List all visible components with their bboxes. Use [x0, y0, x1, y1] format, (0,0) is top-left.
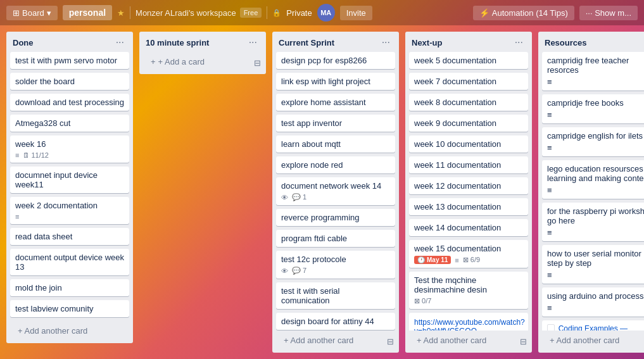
checklist-icon-meta: ≡ — [15, 151, 19, 159]
card-resource[interactable]: using arduino and processing ≡ — [542, 287, 644, 317]
card[interactable]: test labview comunity — [10, 300, 129, 317]
eye-icon-meta2: 👁 — [281, 267, 288, 275]
card-resource[interactable]: campridge english for ilets ≡ — [542, 127, 644, 156]
list-menu-done[interactable]: ··· — [113, 37, 127, 48]
chevron-down-icon: ▾ — [47, 8, 51, 18]
card[interactable]: design pcp for esp8266 — [276, 52, 395, 69]
automation-label: Automation (14 Tips) — [492, 8, 568, 18]
comment-icon-meta2: 💬 7 — [292, 267, 306, 275]
list-menu-current[interactable]: ··· — [379, 37, 393, 48]
card[interactable]: week 8 documentation — [409, 94, 528, 111]
card[interactable]: explore node red — [276, 156, 395, 173]
card[interactable]: test 12c protocole 👁 💬 7 — [276, 251, 395, 279]
checkbox-icon — [547, 324, 555, 331]
card[interactable]: week 2 documentation ≡ — [10, 197, 129, 224]
card[interactable]: Test the mqchine desinmachine desin ⊠ 0/… — [409, 272, 528, 309]
add-card-resources[interactable]: + Add another card — [543, 332, 644, 349]
card[interactable]: explore home assistant — [276, 94, 395, 111]
card[interactable]: solder the board — [10, 73, 129, 90]
card[interactable]: document network week 14 👁 💬 1 — [276, 177, 395, 205]
add-card-row-resources: + Add another card ⊟ — [538, 331, 644, 353]
add-card-done[interactable]: + Add another card — [11, 322, 128, 339]
card[interactable]: test it with pwm servo motor — [10, 52, 129, 69]
board-area: Done ··· test it with pwm servo motor so… — [0, 25, 644, 359]
workspace-name: Monzer ALradi's workspace — [136, 8, 236, 18]
card[interactable]: week 13 documentation — [409, 198, 528, 215]
list-body-current: design pcp for esp8266 link esp with lig… — [272, 52, 399, 331]
card-resource[interactable]: how to user serial monitor step by step … — [542, 245, 644, 284]
due-date-badge: 🕐 May 11 — [414, 256, 451, 264]
list-10min: 10 minute sprint ··· + + Add a card ⊟ — [139, 32, 266, 74]
calendar-icon-meta: 🗓 11/12 — [23, 151, 49, 159]
progress-w15: ⊠ 6/9 — [463, 256, 480, 264]
board-grid-icon: ⊞ — [13, 8, 20, 18]
card[interactable]: link esp with light project — [276, 73, 395, 90]
show-button[interactable]: ··· Show m... — [579, 6, 638, 20]
card[interactable]: week 16 ≡ 🗓 11/12 — [10, 135, 129, 163]
card[interactable]: week 11 documentation — [409, 156, 528, 173]
card[interactable]: week 10 documentation — [409, 135, 528, 153]
automation-button[interactable]: ⚡ Automation (14 Tips) — [473, 6, 574, 20]
tiny-pico-link[interactable]: Coding Examples — TinyPICO — [559, 324, 644, 331]
list-done: Done ··· test it with pwm servo motor so… — [6, 32, 133, 343]
invite-button[interactable]: Invite — [340, 6, 372, 20]
private-label: Private — [286, 8, 312, 18]
board-button[interactable]: ⊞ Board ▾ — [6, 6, 58, 20]
list-body-resources: campridig free teacher resorces ≡ campri… — [538, 52, 644, 331]
board-name: personal — [63, 5, 112, 20]
list-resources: Resources ··· campridig free teacher res… — [538, 32, 644, 353]
top-bar-left: ⊞ Board ▾ personal ★ Monzer ALradi's wor… — [6, 4, 468, 22]
checklist-meta-w15: ≡ — [455, 256, 458, 264]
list-current-sprint: Current Sprint ··· design pcp for esp826… — [272, 32, 399, 353]
card[interactable]: test it with serial comunication — [276, 282, 395, 309]
list-menu-10min[interactable]: ··· — [246, 37, 260, 48]
card-resource[interactable]: campridje free books ≡ — [542, 94, 644, 123]
workspace-info: Monzer ALradi's workspace Free — [136, 8, 262, 18]
list-menu-next[interactable]: ··· — [512, 37, 526, 48]
card[interactable]: week 14 documentation — [409, 219, 528, 236]
template-btn-next[interactable]: ⊟ — [517, 334, 529, 349]
list-title-done: Done — [13, 38, 34, 47]
card[interactable]: week 9 documentation — [409, 115, 528, 132]
card[interactable]: mold the join — [10, 279, 129, 296]
list-header-next: Next-up ··· — [405, 32, 532, 52]
board-label: Board — [22, 8, 44, 18]
youtube-link-1[interactable]: https://www.youtube.com/watch?v=h0gWfVC5… — [414, 318, 523, 331]
card-yt1[interactable]: https://www.youtube.com/watch?v=h0gWfVC5… — [409, 313, 528, 331]
card[interactable]: document output device week 13 — [10, 249, 129, 275]
card-resource[interactable]: lego education resoursces for learning a… — [542, 160, 644, 199]
progress-desin: ⊠ 0/7 — [414, 297, 431, 305]
card[interactable]: Atmega328 cut — [10, 115, 129, 132]
card-resource[interactable]: campridig free teacher resorces ≡ — [542, 52, 644, 91]
card-resource[interactable]: for the raspberry pi workshop go here ≡ — [542, 203, 644, 241]
list-body-next: week 5 documentation week 7 documentatio… — [405, 52, 532, 331]
list-title-10min: 10 minute sprint — [146, 38, 209, 47]
card[interactable]: week 12 documentation — [409, 177, 528, 194]
card-resource-link[interactable]: Coding Examples — TinyPICO Coding Exampl… — [542, 320, 644, 331]
card[interactable]: week 5 documentation — [409, 52, 528, 69]
avatar: MA — [317, 4, 335, 22]
card[interactable]: reverce programming — [276, 209, 395, 226]
card[interactable]: design board for attiny 44 — [276, 313, 395, 330]
card[interactable]: read data sheet — [10, 228, 129, 245]
card[interactable]: program ftdi cable — [276, 230, 395, 247]
add-card-10min[interactable]: + + Add a card — [144, 53, 249, 70]
card[interactable]: documnet input device week11 — [10, 167, 129, 193]
template-btn-10min[interactable]: ⊟ — [251, 56, 263, 70]
list-header-done: Done ··· — [6, 32, 133, 52]
card[interactable]: test app inventor — [276, 115, 395, 132]
divider — [130, 6, 130, 19]
star-icon[interactable]: ★ — [117, 8, 125, 18]
list-header-current: Current Sprint ··· — [272, 32, 399, 52]
card[interactable]: learn about mqtt — [276, 135, 395, 153]
card[interactable]: week 7 documentation — [409, 73, 528, 90]
card[interactable]: week 15 documentation 🕐 May 11 ≡ ⊠ 6/9 — [409, 240, 528, 268]
lightning-icon: ⚡ — [479, 8, 489, 18]
list-header-resources: Resources ··· — [538, 32, 644, 52]
card[interactable]: download and test processing — [10, 94, 129, 111]
list-body-done: test it with pwm servo motor solder the … — [6, 52, 133, 321]
add-card-current[interactable]: + Add another card — [277, 332, 382, 349]
lock-icon: 🔒 — [272, 9, 281, 17]
add-card-next[interactable]: + Add another card — [410, 332, 515, 349]
template-btn-current[interactable]: ⊟ — [384, 334, 396, 349]
